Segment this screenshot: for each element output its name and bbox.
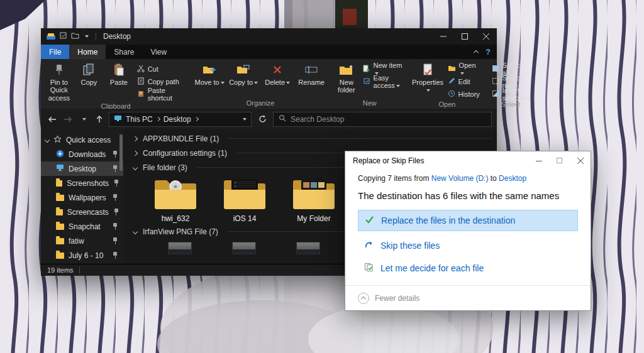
folder-name: hwi_632: [162, 214, 190, 223]
paste-button[interactable]: Paste: [104, 61, 133, 86]
breadcrumb-desktop[interactable]: Desktop: [164, 115, 191, 124]
properties-button[interactable]: Properties: [411, 61, 443, 94]
sidebar-scrollbar[interactable]: [119, 134, 123, 171]
pin-badge-icon: [112, 237, 118, 244]
explorer-app-icon: [47, 32, 55, 41]
sidebar-item-fatiw[interactable]: fatiw: [41, 234, 123, 248]
folder-item-hwi-632[interactable]: hwi_632: [142, 177, 209, 223]
dialog-minimize-button[interactable]: [528, 151, 549, 170]
tab-home-label: Home: [77, 48, 97, 57]
sidebar-item-quick-access[interactable]: Quick access: [41, 133, 123, 147]
titlebar-divider: [96, 33, 96, 41]
sidebar-item-label: July 6 - 10: [69, 251, 103, 260]
navigation-pane: Quick access Downloads Desktop Screensho…: [41, 129, 123, 264]
tab-share[interactable]: Share: [106, 45, 142, 59]
breadcrumb-chevron-icon[interactable]: [194, 117, 199, 121]
minimize-button[interactable]: [433, 28, 454, 45]
up-icon[interactable]: [93, 112, 106, 126]
minimize-ribbon-icon[interactable]: [474, 50, 479, 55]
copy-to-label: Copy to: [229, 79, 258, 86]
sidebar-item-snapchat[interactable]: Snapchat: [41, 219, 123, 234]
select-all-button[interactable]: Select all: [489, 63, 532, 75]
sidebar-item-july-6-10[interactable]: July 6 - 10: [41, 248, 123, 263]
png-file-thumbnail[interactable]: [296, 242, 320, 254]
open-label: Open: [459, 62, 480, 77]
cut-button[interactable]: Cut: [135, 63, 187, 75]
refresh-icon[interactable]: [255, 112, 270, 127]
maximize-button[interactable]: [454, 28, 475, 45]
sidebar-item-wallpapers[interactable]: Wallpapers: [41, 190, 123, 205]
fewer-details-label[interactable]: Fewer details: [375, 294, 419, 303]
breadcrumb-chevron-icon[interactable]: [156, 117, 160, 121]
folder-item-ios-14[interactable]: iOS 14: [211, 177, 278, 223]
quick-toolbar-dropdown-icon[interactable]: [85, 35, 89, 38]
history-button[interactable]: History: [445, 88, 483, 100]
copy-icon: [83, 62, 94, 77]
tab-view[interactable]: View: [142, 45, 175, 59]
pin-to-quick-access-button[interactable]: Pin to Quick access: [45, 61, 74, 102]
new-item-button[interactable]: New item: [360, 63, 406, 75]
move-to-icon: [203, 62, 216, 77]
tab-file[interactable]: File: [41, 45, 69, 59]
select-none-button[interactable]: Select none: [489, 75, 532, 87]
recent-locations-icon[interactable]: [77, 112, 90, 126]
breadcrumb-this-pc[interactable]: This PC: [126, 115, 153, 124]
address-dropdown-icon[interactable]: [243, 118, 247, 121]
png-file-thumbnail[interactable]: [232, 242, 256, 254]
ribbon: Pin to Quick access Copy Paste: [41, 59, 497, 109]
copy-path-button[interactable]: Copy path: [135, 75, 187, 87]
dialog-close-button[interactable]: [570, 151, 591, 170]
group-chevron-icon[interactable]: [133, 165, 138, 170]
replace-files-option[interactable]: Replace the files in the destination: [358, 210, 578, 231]
paste-label: Paste: [110, 79, 128, 86]
edit-button[interactable]: Edit: [445, 75, 483, 87]
copy-destination-link[interactable]: Desktop: [499, 174, 526, 183]
copy-to-button[interactable]: Copy to: [227, 61, 260, 86]
group-chevron-icon[interactable]: [133, 150, 138, 155]
delete-button[interactable]: Delete: [261, 61, 294, 86]
close-button[interactable]: [475, 28, 497, 45]
paste-shortcut-button[interactable]: Paste shortcut: [135, 88, 187, 100]
sidebar-item-screencasts[interactable]: Screencasts: [41, 205, 123, 219]
move-to-button[interactable]: Move to: [193, 61, 226, 86]
decide-each-file-option[interactable]: Let me decide for each file: [358, 260, 578, 276]
group-chevron-icon[interactable]: [133, 229, 138, 234]
history-label: History: [458, 90, 480, 98]
back-icon[interactable]: [46, 112, 58, 126]
forward-icon[interactable]: [62, 112, 74, 126]
rename-button[interactable]: Rename: [295, 61, 328, 86]
address-input[interactable]: This PC Desktop: [109, 112, 252, 127]
group-chevron-icon[interactable]: [133, 136, 138, 141]
copy-source-link[interactable]: New Volume (D:): [431, 174, 489, 183]
search-icon: [279, 114, 286, 124]
sidebar-item-desktop[interactable]: Desktop: [41, 161, 123, 176]
pin-badge-icon: [112, 194, 118, 201]
quick-toolbar-new-folder-icon[interactable]: [71, 32, 79, 41]
sidebar-item-downloads[interactable]: Downloads: [41, 147, 123, 161]
sidebar-item-screenshots[interactable]: Screenshots: [41, 176, 123, 190]
search-input[interactable]: Search Desktop: [273, 112, 492, 127]
dialog-maximize-button[interactable]: [549, 151, 570, 170]
fewer-details-chevron-icon[interactable]: [358, 293, 369, 304]
new-folder-button[interactable]: New folder: [334, 61, 358, 94]
group-header-appxbundle[interactable]: APPXBUNDLE File (1): [133, 131, 492, 146]
sidebar-item-label: Quick access: [66, 136, 111, 144]
tab-home[interactable]: Home: [69, 45, 106, 59]
group-header-label: IrfanView PNG File (7): [143, 227, 218, 236]
skip-files-option[interactable]: Skip these files: [358, 238, 578, 253]
pin-badge-icon: [112, 252, 118, 259]
dialog-body: Copying 7 items from New Volume (D:) to …: [345, 170, 591, 285]
help-icon[interactable]: ?: [486, 47, 491, 57]
quick-access-icon: [53, 135, 62, 145]
decide-each-file-label: Let me decide for each file: [380, 263, 484, 273]
invert-selection-button[interactable]: Invert selection: [489, 88, 532, 100]
folder-icon: [56, 180, 62, 187]
easy-access-button[interactable]: Easy access: [360, 75, 406, 87]
quick-toolbar-properties-icon[interactable]: [60, 32, 67, 41]
expand-chevron-icon[interactable]: [45, 137, 50, 142]
copy-button[interactable]: Copy: [75, 61, 104, 86]
open-button[interactable]: Open: [445, 63, 483, 75]
folder-item-my-folder[interactable]: My Folder: [280, 177, 347, 223]
png-file-thumbnail[interactable]: [168, 242, 192, 254]
delete-icon: [272, 62, 282, 77]
